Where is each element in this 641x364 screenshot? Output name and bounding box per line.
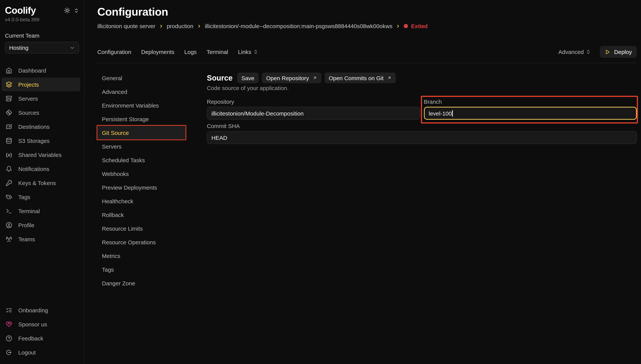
current-team-label: Current Team [0,32,84,39]
sidebar-item-terminal[interactable]: Terminal [2,204,80,218]
team-select[interactable]: Hosting [5,42,79,54]
subnav-item-metrics[interactable]: Metrics [97,249,186,262]
status-label: Exited [411,23,427,29]
sidebar-footer-nav: Onboarding Sponsor us Feedback Logout [0,303,84,360]
chevron-right-icon [396,24,400,28]
sidebar-item-s3-storages[interactable]: S3 Storages [2,134,80,148]
help-circle-icon [6,335,12,342]
repository-input[interactable] [207,107,420,120]
sidebar: Coolify v4.0.0-beta.399 Current Team Hos… [0,0,84,364]
main-content: Configuration illicitonion quote server … [85,0,641,364]
breadcrumb: illicitonion quote server production ill… [97,23,637,29]
advanced-menu[interactable]: Advanced [558,49,591,55]
chevron-right-icon [159,24,163,28]
repository-field: Repository [207,98,420,120]
tab-terminal[interactable]: Terminal [207,49,228,55]
variables-icon: (x) [6,152,12,158]
sidebar-item-shared-variables[interactable]: (x) Shared Variables [2,148,80,162]
commit-sha-input[interactable] [207,131,637,144]
theme-toggle-sun-icon[interactable] [64,7,70,14]
subnav-item-resource-limits[interactable]: Resource Limits [97,222,186,235]
app-version: v4.0.0-beta.399 [0,17,84,22]
chevrons-up-down-icon [253,50,258,54]
subnav-item-danger-zone[interactable]: Danger Zone [97,276,186,290]
settings-subnav: General Advanced Environment Variables P… [97,71,186,290]
chevrons-up-down-icon[interactable] [74,8,79,13]
subnav-item-servers[interactable]: Servers [97,140,186,153]
home-icon [6,67,12,74]
subnav-item-tags[interactable]: Tags [97,262,186,276]
divider [97,63,637,63]
configuration-content: General Advanced Environment Variables P… [97,71,637,290]
sidebar-item-feedback[interactable]: Feedback [2,331,80,345]
sidebar-item-dashboard[interactable]: Dashboard [2,64,80,77]
checklist-icon [6,307,12,313]
heart-handshake-icon [6,321,12,327]
terminal-icon [6,208,12,214]
sidebar-nav: Dashboard Projects Servers Sources Desti… [0,64,84,246]
team-select-value: Hosting [9,44,29,51]
sidebar-header: Coolify [0,4,84,16]
subnav-item-general[interactable]: General [97,71,186,85]
deploy-button[interactable]: Deploy [600,46,637,58]
sidebar-item-keys-tokens[interactable]: Keys & Tokens [2,176,80,190]
sidebar-item-profile[interactable]: Profile [2,218,80,232]
subnav-item-webhooks[interactable]: Webhooks [97,167,186,180]
subnav-item-preview-deployments[interactable]: Preview Deployments [97,180,186,194]
subnav-item-git-source[interactable]: Git Source [97,126,186,140]
users-icon [6,236,12,242]
repository-label: Repository [207,98,420,105]
play-icon [605,49,610,54]
branch-label: Branch [424,98,637,105]
bell-icon [6,166,12,172]
subnav-item-scheduled-tasks[interactable]: Scheduled Tasks [97,153,186,167]
tab-configuration[interactable]: Configuration [97,49,131,55]
branch-input[interactable]: level-100 [424,107,637,120]
subnav-item-advanced[interactable]: Advanced [97,85,186,98]
status-dot-icon [404,24,408,28]
server-icon [6,95,12,102]
subnav-item-environment-variables[interactable]: Environment Variables [97,98,186,112]
sidebar-item-sources[interactable]: Sources [2,106,80,119]
open-commits-button[interactable]: Open Commits on Git [324,72,396,83]
coolify-app: Coolify v4.0.0-beta.399 Current Team Hos… [0,0,641,364]
source-section: Source Save Open Repository Open Commits… [207,71,637,144]
map-icon [6,123,12,130]
sidebar-item-destinations[interactable]: Destinations [2,120,80,133]
chevron-right-icon [197,24,201,28]
subnav-item-rollback[interactable]: Rollback [97,208,186,222]
save-button[interactable]: Save [237,72,259,83]
text-cursor [452,110,453,116]
sidebar-item-sponsor-us[interactable]: Sponsor us [2,317,80,331]
sidebar-item-projects[interactable]: Projects [2,78,80,91]
commit-sha-field: Commit SHA [207,123,637,144]
branch-field: Branch level-100 [424,98,637,120]
breadcrumb-project[interactable]: illicitonion quote server [97,23,155,29]
breadcrumb-application[interactable]: illicitestonion/-module--decomposition:m… [205,23,392,29]
tags-icon [6,194,12,200]
sidebar-item-teams[interactable]: Teams [2,232,80,246]
page-title: Configuration [97,5,637,18]
app-logo: Coolify [5,4,36,16]
commit-sha-label: Commit SHA [207,123,637,129]
tab-links[interactable]: Links [238,49,258,55]
sidebar-item-notifications[interactable]: Notifications [2,162,80,176]
chevron-down-icon [70,45,75,50]
tab-logs[interactable]: Logs [184,49,197,55]
status-badge: Exited [404,23,427,29]
tab-deployments[interactable]: Deployments [141,49,174,55]
subnav-item-resource-operations[interactable]: Resource Operations [97,235,186,249]
section-title: Source [207,74,233,82]
tab-bar: Configuration Deployments Logs Terminal … [97,46,637,58]
sidebar-item-tags[interactable]: Tags [2,190,80,204]
sidebar-item-logout[interactable]: Logout [2,346,80,359]
arrow-up-right-icon [387,76,392,80]
open-repository-button[interactable]: Open Repository [262,72,321,83]
subnav-item-persistent-storage[interactable]: Persistent Storage [97,112,186,126]
breadcrumb-environment[interactable]: production [167,23,193,29]
git-source-icon [6,109,12,116]
sidebar-item-onboarding[interactable]: Onboarding [2,303,80,317]
sidebar-item-servers[interactable]: Servers [2,92,80,105]
subnav-item-healthcheck[interactable]: Healthcheck [97,194,186,208]
arrow-up-right-icon [312,76,317,80]
